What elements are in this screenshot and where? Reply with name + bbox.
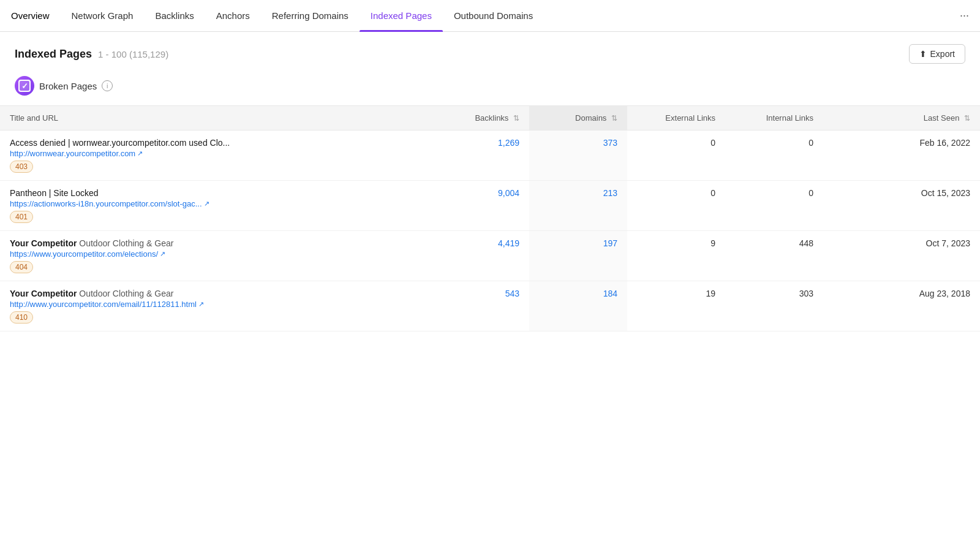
cell-last-seen-2: Oct 7, 2023 <box>823 231 980 281</box>
col-header-domains[interactable]: Domains ⇅ <box>529 106 627 131</box>
table-row: Pantheon | Site Lockedhttps://actionwork… <box>0 181 980 231</box>
row-title-2: Your Competitor Outdoor Clothing & Gear <box>10 238 353 248</box>
cell-last-seen-0: Feb 16, 2022 <box>823 131 980 181</box>
cell-title-url-1: Pantheon | Site Lockedhttps://actionwork… <box>0 181 431 231</box>
cell-external-links-2: 9 <box>627 231 725 281</box>
external-link-icon-0: ↗ <box>137 150 143 157</box>
row-title-1: Pantheon | Site Locked <box>10 188 353 198</box>
export-label: Export <box>930 49 955 59</box>
cell-title-url-2: Your Competitor Outdoor Clothing & Gearh… <box>0 231 431 281</box>
nav-item-anchors[interactable]: Anchors <box>205 0 261 32</box>
cell-internal-links-3: 303 <box>725 281 823 331</box>
col-header-external-links: External Links <box>627 106 725 131</box>
table-container: Title and URL Backlinks ⇅ Domains ⇅ Exte… <box>0 105 980 331</box>
table-header-row: Title and URL Backlinks ⇅ Domains ⇅ Exte… <box>0 106 980 131</box>
cell-title-url-3: Your Competitor Outdoor Clothing & Gearh… <box>0 281 431 331</box>
row-title-0: Access denied | wornwear.yourcompetitor.… <box>10 138 353 148</box>
cell-internal-links-2: 448 <box>725 231 823 281</box>
cell-last-seen-3: Aug 23, 2018 <box>823 281 980 331</box>
external-link-icon-2: ↗ <box>160 250 165 258</box>
nav-bar: Overview Network Graph Backlinks Anchors… <box>0 0 980 32</box>
row-url-0[interactable]: http://wornwear.yourcompetitor.com↗ <box>10 149 421 158</box>
nav-item-network-graph[interactable]: Network Graph <box>61 0 145 32</box>
info-icon-text: i <box>107 82 108 89</box>
status-badge-0: 403 <box>10 161 33 173</box>
filter-bar: ✓ Broken Pages i <box>0 74 980 105</box>
cell-internal-links-1: 0 <box>725 181 823 231</box>
col-header-backlinks[interactable]: Backlinks ⇅ <box>431 106 529 131</box>
cell-domains-0[interactable]: 373 <box>529 131 627 181</box>
cell-domains-1[interactable]: 213 <box>529 181 627 231</box>
page-header: Indexed Pages 1 - 100 (115,129) ⬆ Export <box>0 32 980 74</box>
last-seen-sort-icon: ⇅ <box>964 114 970 123</box>
nav-item-referring-domains[interactable]: Referring Domains <box>261 0 360 32</box>
cell-backlinks-1[interactable]: 9,004 <box>431 181 529 231</box>
col-header-title-url: Title and URL <box>0 106 431 131</box>
page-title: Indexed Pages <box>15 48 92 61</box>
nav-item-overview[interactable]: Overview <box>0 0 61 32</box>
broken-pages-checkbox[interactable]: ✓ <box>15 76 34 96</box>
backlinks-sort-icon: ⇅ <box>513 114 519 123</box>
indexed-pages-table: Title and URL Backlinks ⇅ Domains ⇅ Exte… <box>0 105 980 331</box>
cell-backlinks-2[interactable]: 4,419 <box>431 231 529 281</box>
external-link-icon-3: ↗ <box>198 300 204 308</box>
cell-external-links-3: 19 <box>627 281 725 331</box>
export-icon: ⬆ <box>919 49 927 59</box>
page-range: 1 - 100 (115,129) <box>98 49 168 59</box>
checkmark-icon: ✓ <box>21 82 28 90</box>
col-header-last-seen[interactable]: Last Seen ⇅ <box>823 106 980 131</box>
row-title-3: Your Competitor Outdoor Clothing & Gear <box>10 289 353 298</box>
export-button[interactable]: ⬆ Export <box>909 44 965 64</box>
status-badge-3: 410 <box>10 311 33 324</box>
cell-internal-links-0: 0 <box>725 131 823 181</box>
cell-external-links-0: 0 <box>627 131 725 181</box>
cell-domains-2[interactable]: 197 <box>529 231 627 281</box>
table-row: Your Competitor Outdoor Clothing & Gearh… <box>0 281 980 331</box>
row-url-2[interactable]: https://www.yourcompetitor.com/elections… <box>10 249 421 259</box>
cell-last-seen-1: Oct 15, 2023 <box>823 181 980 231</box>
nav-item-backlinks[interactable]: Backlinks <box>144 0 205 32</box>
nav-item-outbound-domains[interactable]: Outbound Domains <box>443 0 544 32</box>
col-header-internal-links: Internal Links <box>725 106 823 131</box>
cell-backlinks-3[interactable]: 543 <box>431 281 529 331</box>
cell-domains-3[interactable]: 184 <box>529 281 627 331</box>
table-row: Access denied | wornwear.yourcompetitor.… <box>0 131 980 181</box>
status-badge-1: 401 <box>10 211 33 223</box>
cell-external-links-1: 0 <box>627 181 725 231</box>
broken-pages-label: Broken Pages <box>39 81 97 91</box>
checkbox-inner: ✓ <box>18 80 31 92</box>
cell-title-url-0: Access denied | wornwear.yourcompetitor.… <box>0 131 431 181</box>
status-badge-2: 404 <box>10 261 33 273</box>
row-url-1[interactable]: https://actionworks-i18n.yourcompetitor.… <box>10 199 421 208</box>
info-icon[interactable]: i <box>102 80 113 91</box>
domains-sort-icon: ⇅ <box>611 114 617 123</box>
table-row: Your Competitor Outdoor Clothing & Gearh… <box>0 231 980 281</box>
external-link-icon-1: ↗ <box>204 200 209 208</box>
row-url-3[interactable]: http://www.yourcompetitor.com/email/11/1… <box>10 300 421 309</box>
nav-item-indexed-pages[interactable]: Indexed Pages <box>360 0 443 32</box>
nav-more-button[interactable]: ··· <box>949 0 980 32</box>
page-title-area: Indexed Pages 1 - 100 (115,129) <box>15 48 168 61</box>
cell-backlinks-0[interactable]: 1,269 <box>431 131 529 181</box>
